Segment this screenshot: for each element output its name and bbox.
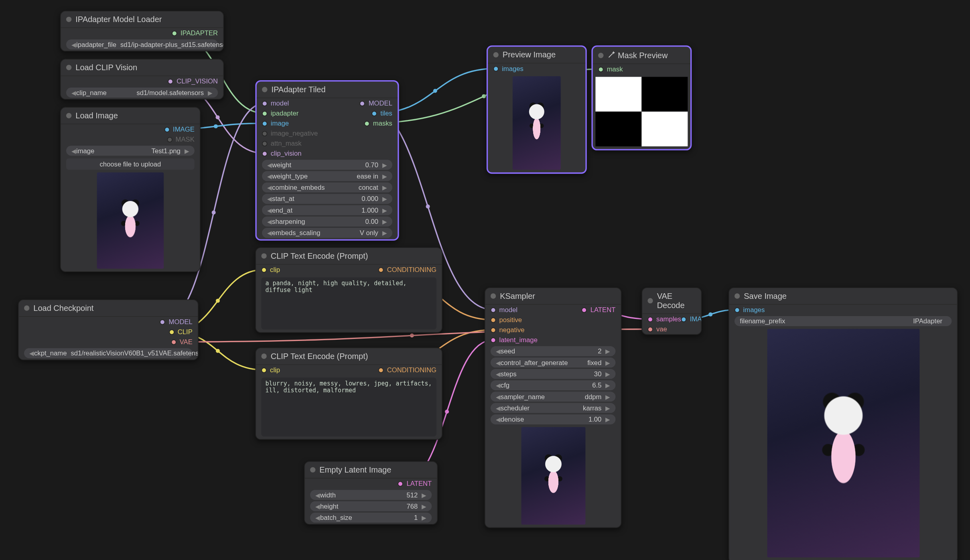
arrow-left-icon[interactable]: ◀ — [267, 161, 272, 168]
widget-scheduler[interactable]: ◀ scheduler karras ▶ — [491, 403, 616, 413]
node-graph-canvas[interactable]: #15 ComfyUI_IPAdapter_plus IPAdapter Mod… — [0, 0, 970, 560]
port-icon[interactable] — [491, 307, 496, 312]
output-ipadapter[interactable]: IPADAPTER — [172, 29, 218, 37]
collapse-dot-icon[interactable] — [647, 298, 653, 303]
node-ipadapter-model-loader[interactable]: #15 ComfyUI_IPAdapter_plus IPAdapter Mod… — [60, 11, 224, 52]
arrow-right-icon[interactable]: ▶ — [605, 359, 610, 366]
widget-denoise[interactable]: ◀ denoise 1.00 ▶ — [491, 414, 616, 424]
port-icon[interactable] — [647, 327, 653, 332]
arrow-left-icon[interactable]: ◀ — [267, 184, 272, 191]
prompt-textarea[interactable]: blurry, noisy, messy, lowres, jpeg, arti… — [261, 377, 436, 436]
arrow-right-icon[interactable]: ▶ — [605, 348, 610, 355]
output-model[interactable]: MODEL — [360, 99, 392, 107]
node-title[interactable]: IPAdapter Tiled — [257, 81, 398, 98]
output-latent[interactable]: LATENT — [582, 306, 615, 313]
arrow-left-icon[interactable]: ◀ — [496, 405, 501, 412]
arrow-right-icon[interactable]: ▶ — [382, 207, 387, 214]
arrow-right-icon[interactable]: ▶ — [605, 382, 610, 389]
port-icon[interactable] — [160, 319, 165, 325]
output-clip[interactable]: CLIP — [169, 328, 193, 335]
input-images[interactable]: images — [735, 306, 765, 313]
port-icon[interactable] — [372, 111, 377, 116]
arrow-left-icon[interactable]: ◀ — [267, 195, 272, 202]
arrow-left-icon[interactable]: ◀ — [267, 218, 272, 225]
port-icon[interactable] — [262, 151, 267, 156]
arrow-right-icon[interactable]: ▶ — [382, 184, 387, 191]
widget-cfg[interactable]: ◀ cfg 6.5 ▶ — [491, 380, 616, 390]
input-clip-vision[interactable]: clip_vision — [262, 150, 302, 157]
input-images[interactable]: images — [493, 65, 524, 72]
input-latent-image[interactable]: latent_image — [491, 336, 538, 343]
arrow-right-icon[interactable]: ▶ — [422, 514, 426, 521]
widget-combine-embeds[interactable]: ◀ combine_embeds concat ▶ — [262, 183, 392, 193]
arrow-right-icon[interactable]: ▶ — [605, 405, 610, 412]
node-title[interactable]: IPAdapter Model Loader — [61, 11, 223, 28]
port-icon[interactable] — [171, 339, 176, 344]
input-model[interactable]: model — [262, 99, 289, 107]
widget-seed[interactable]: ◀ seed 2 ▶ — [491, 346, 616, 356]
output-vae[interactable]: VAE — [171, 338, 193, 345]
node-title[interactable]: Load CLIP Vision — [61, 59, 223, 76]
node-title[interactable]: Load Image — [61, 108, 200, 124]
port-icon[interactable] — [647, 317, 653, 322]
node-empty-latent-image[interactable]: #5 🐵 Empty Latent Image LATENT ◀ width 5… — [304, 461, 438, 525]
node-ksampler[interactable]: #3 🐵 KSampler model LATENT positive nega… — [485, 287, 622, 528]
arrow-right-icon[interactable]: ▶ — [185, 147, 189, 154]
collapse-dot-icon[interactable] — [261, 253, 266, 258]
node-title[interactable]: Save Image — [729, 288, 957, 305]
widget-weight[interactable]: ◀ weight 0.70 ▶ — [262, 160, 392, 170]
collapse-dot-icon[interactable] — [261, 353, 266, 359]
arrow-left-icon[interactable]: ◀ — [496, 359, 501, 366]
output-mask[interactable]: MASK — [167, 136, 195, 143]
widget-ckpt-name[interactable]: ◀ ckpt_name sd1/realisticVisionV60B1_v51… — [24, 348, 193, 358]
arrow-right-icon[interactable]: ▶ — [605, 371, 610, 377]
port-icon[interactable] — [598, 67, 603, 72]
port-icon[interactable] — [493, 66, 499, 71]
port-icon[interactable] — [261, 267, 266, 272]
arrow-left-icon[interactable]: ◀ — [496, 416, 501, 423]
widget-height[interactable]: ◀ height 768 ▶ — [310, 501, 432, 511]
arrow-right-icon[interactable]: ▶ — [382, 161, 387, 168]
port-icon[interactable] — [164, 127, 169, 132]
port-icon[interactable] — [735, 307, 740, 312]
node-preview-image[interactable]: #19 🐵 Preview Image images — [487, 45, 587, 174]
node-title[interactable]: CLIP Text Encode (Prompt) — [256, 248, 442, 265]
node-load-checkpoint[interactable]: #4 🐵 Load Checkpoint MODEL CLIP VAE ◀ ck… — [18, 299, 199, 360]
port-icon[interactable] — [360, 101, 365, 106]
arrow-left-icon[interactable]: ◀ — [496, 348, 501, 355]
widget-clip-name[interactable]: ◀ clip_name sd1/model.safetensors ▶ — [66, 87, 218, 97]
input-mask[interactable]: mask — [598, 65, 623, 73]
widget-start-at[interactable]: ◀ start_at 0.000 ▶ — [262, 194, 392, 204]
output-tiles[interactable]: tiles — [372, 110, 392, 117]
arrow-right-icon[interactable]: ▶ — [605, 393, 610, 400]
widget-sampler-name[interactable]: ◀ sampler_name ddpm ▶ — [491, 392, 616, 402]
node-vae-decode[interactable]: #8 🐵 VAE Decode samples IMAGE vae — [641, 287, 702, 335]
arrow-right-icon[interactable]: ▶ — [382, 173, 387, 180]
port-icon[interactable] — [167, 137, 172, 142]
port-icon[interactable] — [364, 121, 369, 126]
node-title[interactable]: Empty Latent Image — [305, 462, 437, 479]
node-save-image[interactable]: #9 🐵 Save Image images filename_prefix I… — [729, 287, 958, 560]
input-image-negative[interactable]: image_negative — [262, 130, 318, 137]
arrow-left-icon[interactable]: ◀ — [496, 371, 501, 377]
arrow-left-icon[interactable]: ◀ — [267, 173, 272, 180]
arrow-right-icon[interactable]: ▶ — [382, 195, 387, 202]
input-vae[interactable]: vae — [647, 325, 667, 333]
arrow-left-icon[interactable]: ◀ — [315, 514, 320, 521]
node-title[interactable]: Load Checkpoint — [19, 300, 198, 317]
node-title[interactable]: VAE Decode — [642, 288, 701, 314]
node-clip-text-encode-negative[interactable]: #7 🐵 CLIP Text Encode (Prompt) clip COND… — [255, 347, 442, 440]
collapse-dot-icon[interactable] — [735, 293, 740, 298]
output-image[interactable]: IMAGE — [681, 315, 702, 323]
input-model[interactable]: model — [491, 306, 517, 313]
input-ipadapter[interactable]: ipadapter — [262, 110, 298, 117]
arrow-left-icon[interactable]: ◀ — [267, 229, 272, 236]
widget-weight-type[interactable]: ◀ weight_type ease in ▶ — [262, 171, 392, 181]
port-icon[interactable] — [262, 101, 267, 106]
node-title[interactable]: Mask Preview — [593, 47, 690, 64]
widget-width[interactable]: ◀ width 512 ▶ — [310, 490, 432, 500]
output-conditioning[interactable]: CONDITIONING — [378, 266, 436, 273]
widget-ipadapter-file[interactable]: ◀ ipadapter_file sd1/ip-adapter-plus_sd1… — [66, 39, 218, 49]
input-image[interactable]: image — [262, 120, 289, 127]
collapse-dot-icon[interactable] — [24, 305, 29, 310]
